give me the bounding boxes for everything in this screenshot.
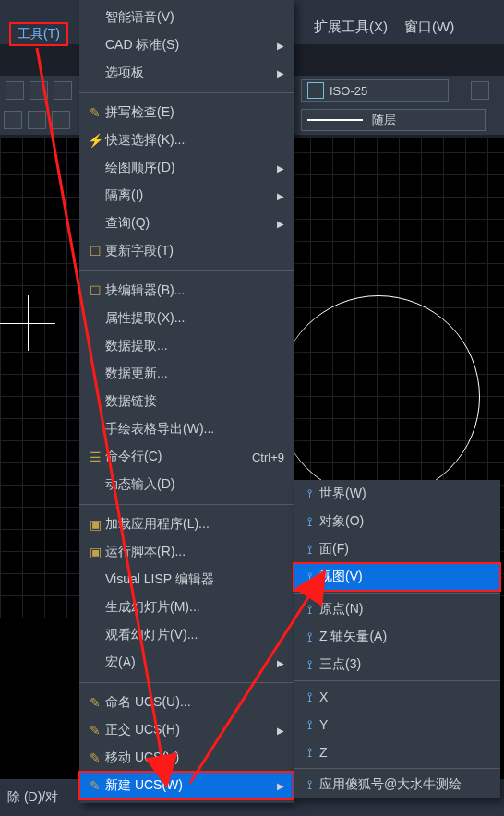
menu-separator xyxy=(294,768,500,769)
menu-item[interactable]: 手绘表格导出(W)... xyxy=(79,415,294,443)
new-ucs-submenu: ⟟世界(W)⟟对象(O)⟟面(F)⟟视图(V) ⟟原点(N)⟟Z 轴矢量(A)⟟… xyxy=(294,480,500,798)
menu-item[interactable]: 数据链接 xyxy=(79,388,294,415)
toolbar-icon[interactable] xyxy=(4,111,22,129)
menu-item[interactable]: ☰命令行(C)Ctrl+9 xyxy=(79,443,294,471)
toolbar-icon[interactable] xyxy=(52,111,70,129)
submenu-arrow-icon: ▶ xyxy=(277,163,284,174)
menu-item[interactable]: ▣加载应用程序(L)... xyxy=(79,510,294,538)
menu-item[interactable]: ⚡快速选择(K)... xyxy=(79,126,294,154)
submenu-item-apply[interactable]: ⟟ 应用傻狐号@大水牛测绘 xyxy=(294,771,500,798)
submenu-item[interactable]: ⟟三点(3) xyxy=(294,651,500,678)
menu-separator xyxy=(79,504,294,505)
item-icon: ☐ xyxy=(85,244,105,258)
submenu-item[interactable]: ⟟原点(N) xyxy=(294,595,500,623)
item-label: 命令行(C) xyxy=(105,449,243,465)
item-label: 拼写检查(E) xyxy=(105,104,284,121)
item-label: 数据链接 xyxy=(105,393,284,410)
menu-item[interactable]: 生成幻灯片(M)... xyxy=(79,594,294,621)
toolbar-icon[interactable] xyxy=(30,81,48,100)
item-label: 生成幻灯片(M)... xyxy=(105,599,284,616)
submenu-item[interactable]: ⟟对象(O) xyxy=(294,508,500,535)
menu-ext-tools[interactable]: 扩展工具(X) xyxy=(314,18,388,36)
item-label: 数据提取... xyxy=(105,338,284,354)
item-label: 运行脚本(R)... xyxy=(105,544,284,560)
item-icon: ⟟ xyxy=(299,514,319,530)
toolbar-icon[interactable] xyxy=(28,111,46,129)
submenu-item[interactable]: ⟟世界(W) xyxy=(294,480,500,508)
linetype-label: 随层 xyxy=(372,112,396,128)
submenu-item[interactable]: ⟟Y xyxy=(294,711,500,738)
item-icon: ▣ xyxy=(85,545,105,559)
menu-item[interactable]: ☐更新字段(T) xyxy=(79,237,294,265)
item-label: 加载应用程序(L)... xyxy=(105,516,284,533)
item-icon: ⟟ xyxy=(299,486,319,502)
menu-item[interactable]: ☐块编辑器(B)... xyxy=(79,277,294,305)
item-icon: ⟟ xyxy=(299,745,319,761)
item-label: 对象(O) xyxy=(319,513,491,530)
toolbar-icon[interactable] xyxy=(471,81,489,100)
menu-item[interactable]: 观看幻灯片(V)... xyxy=(79,621,294,649)
menu-item[interactable]: 宏(A)▶ xyxy=(79,649,294,677)
linetype-select[interactable]: 随层 xyxy=(301,109,486,131)
submenu-arrow-icon: ▶ xyxy=(277,41,284,51)
item-icon: ☐ xyxy=(85,283,105,298)
item-icon: ⟟ xyxy=(299,602,319,618)
menu-item[interactable]: ▣运行脚本(R)... xyxy=(79,538,294,566)
menu-item[interactable]: 隔离(I)▶ xyxy=(79,182,294,210)
item-icon: ✎ xyxy=(85,778,105,793)
menu-item[interactable]: 智能语音(V) xyxy=(79,4,294,31)
item-shortcut: Ctrl+9 xyxy=(252,450,284,464)
submenu-item[interactable]: ⟟Z 轴矢量(A) xyxy=(294,623,500,651)
menu-item[interactable]: ✎移动 UCS(V) xyxy=(79,744,294,772)
menu-item[interactable]: ✎命名 UCS(U)... xyxy=(79,689,294,716)
dim-icon xyxy=(307,82,324,99)
menu-item[interactable]: 数据提取... xyxy=(79,332,294,360)
menu-item[interactable]: Visual LISP 编辑器 xyxy=(79,566,294,594)
menu-item[interactable]: 动态输入(D) xyxy=(79,471,294,498)
tools-menu: 智能语音(V) CAD 标准(S) ▶ 选项板 ▶ ✎拼写检查(E)⚡快速选择(… xyxy=(79,0,294,803)
dim-style-select[interactable]: ISO-25 xyxy=(301,79,449,102)
item-icon: ✎ xyxy=(85,695,105,710)
item-label: 更新字段(T) xyxy=(105,243,284,259)
item-label: 快速选择(K)... xyxy=(105,132,284,149)
submenu-arrow-icon: ▶ xyxy=(277,658,284,668)
submenu-arrow-icon: ▶ xyxy=(277,219,284,229)
menu-item[interactable]: 选项板 ▶ xyxy=(79,59,294,87)
item-label: 视图(V) xyxy=(319,569,491,585)
tools-menu-button[interactable]: 工具(T) xyxy=(9,22,68,46)
item-label: 命名 UCS(U)... xyxy=(105,694,284,711)
submenu-item[interactable]: ⟟X xyxy=(294,683,500,711)
item-icon: ⟟ xyxy=(299,717,319,733)
item-icon: ⟟ xyxy=(299,690,319,705)
item-label: 新建 UCS(W) xyxy=(105,777,277,794)
item-icon: ⚡ xyxy=(85,133,105,148)
menu-item[interactable]: 属性提取(X)... xyxy=(79,305,294,332)
menu-window[interactable]: 窗口(W) xyxy=(404,18,454,36)
submenu-item[interactable]: ⟟视图(V) xyxy=(294,563,500,591)
toolbar-icon[interactable] xyxy=(6,81,24,100)
item-icon: ☰ xyxy=(85,450,105,464)
menu-item[interactable]: CAD 标准(S) ▶ xyxy=(79,31,294,59)
menu-item[interactable]: 数据更新... xyxy=(79,360,294,388)
menu-item[interactable]: ✎正交 UCS(H)▶ xyxy=(79,716,294,744)
toolbar-icon[interactable] xyxy=(54,81,72,100)
item-label: Y xyxy=(319,717,491,732)
command-line-text: 除 (D)/对 xyxy=(7,789,58,806)
item-label: 绘图顺序(D) xyxy=(105,160,277,176)
menu-separator xyxy=(79,92,294,93)
item-label: Z xyxy=(319,745,491,760)
item-icon: ⟟ xyxy=(299,542,319,558)
submenu-item[interactable]: ⟟Z xyxy=(294,738,500,766)
menu-item[interactable]: 查询(Q)▶ xyxy=(79,210,294,237)
crosshair-cursor xyxy=(0,295,55,351)
menu-separator xyxy=(294,593,500,594)
item-label: 动态输入(D) xyxy=(105,476,284,493)
menu-separator xyxy=(294,680,500,681)
menu-item[interactable]: ✎新建 UCS(W)▶ xyxy=(79,772,294,799)
menu-item[interactable]: ✎拼写检查(E) xyxy=(79,99,294,126)
submenu-item[interactable]: ⟟面(F) xyxy=(294,535,500,563)
item-icon: ✎ xyxy=(85,750,105,765)
item-label: 隔离(I) xyxy=(105,187,277,204)
menu-item[interactable]: 绘图顺序(D)▶ xyxy=(79,154,294,182)
item-label: 手绘表格导出(W)... xyxy=(105,421,284,438)
